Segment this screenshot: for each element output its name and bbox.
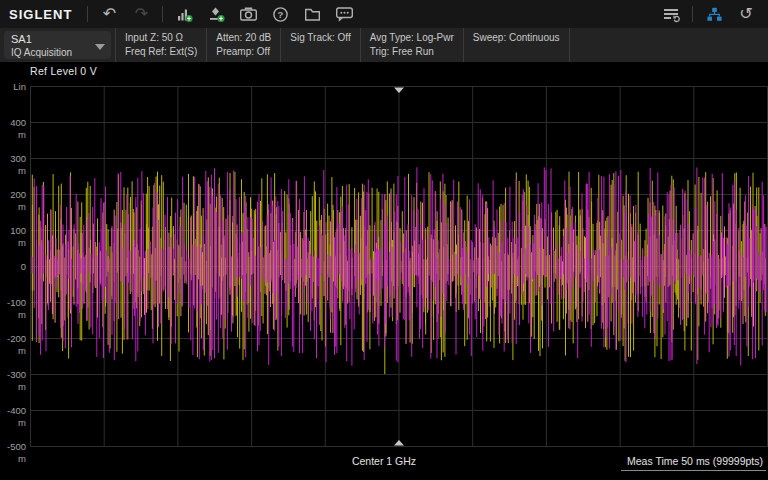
sig-track-value: Sig Track: Off [290, 31, 350, 45]
toolbar-separator [87, 6, 88, 22]
center-marker-top [394, 88, 404, 94]
atten-value: Atten: 20 dB [216, 31, 271, 45]
add-marker-icon[interactable] [200, 2, 232, 26]
setting-group-input[interactable]: Input Z: 50 Ω Freq Ref: Ext(S) [115, 28, 206, 62]
undo-icon[interactable]: ↶ [93, 2, 125, 26]
setting-group-sigtrack[interactable]: Sig Track: Off [280, 28, 359, 62]
y-tick-label: 0 [0, 261, 26, 273]
reset-icon[interactable]: ↺ [730, 2, 762, 26]
y-tick-label: 200 m [0, 189, 26, 213]
setting-group-atten[interactable]: Atten: 20 dB Preamp: Off [206, 28, 280, 62]
center-marker-bottom [394, 440, 404, 446]
y-tick-label: -300 m [0, 369, 26, 393]
setting-group-sweep[interactable]: Sweep: Continuous [463, 28, 570, 62]
y-scale-label: Lin [0, 81, 26, 93]
sweep-value: Sweep: Continuous [473, 31, 560, 45]
chevron-down-icon [95, 44, 105, 50]
svg-text:?: ? [277, 9, 283, 20]
screenshot-camera-icon[interactable] [232, 2, 264, 26]
file-folder-icon[interactable] [296, 2, 328, 26]
trig-value: Trig: Free Run [370, 45, 454, 59]
y-tick-label: 300 m [0, 153, 26, 177]
y-tick-label: 100 m [0, 225, 26, 249]
toolbar-right-group: ↺ [655, 2, 768, 26]
mode-name: SA1 [11, 33, 97, 46]
mode-submode: IQ Acquisition [11, 46, 97, 59]
settings-header-bar: SA1 IQ Acquisition Input Z: 50 Ω Freq Re… [0, 28, 768, 62]
system-menu-icon[interactable] [655, 2, 687, 26]
waveform-display: Ref Level 0 V Lin400 m300 m200 m100 m0-1… [0, 62, 768, 450]
y-tick-label: -100 m [0, 297, 26, 321]
toolbar-separator [162, 6, 163, 22]
network-lan-icon[interactable] [698, 2, 730, 26]
input-z-value: Input Z: 50 Ω [125, 31, 197, 45]
siglent-logo: SIGLENT [9, 7, 72, 22]
top-toolbar: SIGLENT ↶ ↷ ? [0, 0, 768, 28]
help-icon[interactable]: ? [264, 2, 296, 26]
y-tick-label: -400 m [0, 405, 26, 429]
setting-group-avg-trig[interactable]: Avg Type: Log-Pwr Trig: Free Run [360, 28, 463, 62]
graticule-and-traces [0, 62, 768, 450]
freq-ref-value: Freq Ref: Ext(S) [125, 45, 197, 59]
redo-icon[interactable]: ↷ [125, 2, 157, 26]
y-tick-label: 400 m [0, 117, 26, 141]
meas-time-label[interactable]: Meas Time 50 ms (99999pts) [621, 455, 766, 471]
mode-selector-dropdown[interactable]: SA1 IQ Acquisition [4, 31, 111, 59]
y-tick-label: -200 m [0, 333, 26, 357]
avg-type-value: Avg Type: Log-Pwr [370, 31, 454, 45]
preamp-value: Preamp: Off [216, 45, 271, 59]
add-trace-icon[interactable] [168, 2, 200, 26]
toolbar-separator [692, 6, 693, 22]
sa-analyzer-screen: { "toolbar": { "logo_text": "SIGLENT", "… [0, 0, 768, 480]
message-icon[interactable] [328, 2, 360, 26]
